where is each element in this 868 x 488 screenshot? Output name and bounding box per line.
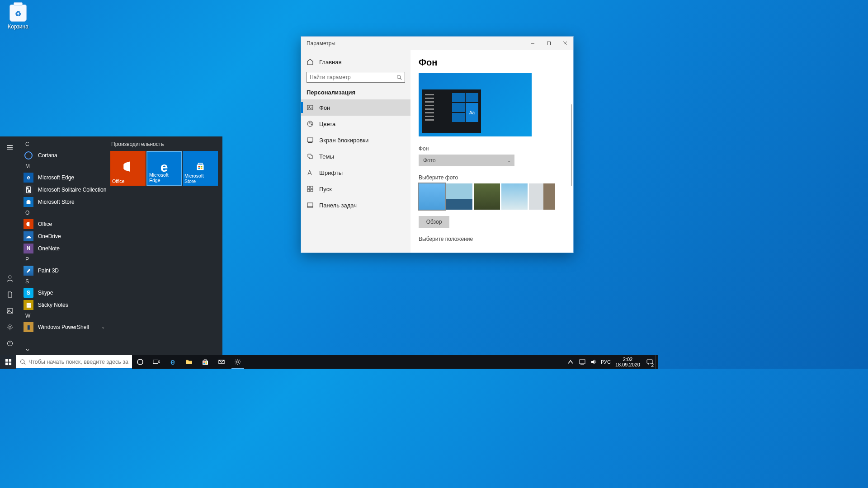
photo-thumb-1[interactable] <box>419 183 445 210</box>
app-label: Sticky Notes <box>38 302 68 308</box>
taskbar-store[interactable] <box>197 355 213 369</box>
taskbar-search-input[interactable] <box>28 359 128 365</box>
tiles-group-header[interactable]: Производительность <box>110 140 219 151</box>
app-label: Cortana <box>38 152 57 159</box>
settings-main: Фон Aa Фон Фото ⌄ Выберите фото <box>410 50 573 253</box>
tray-language[interactable]: РУС <box>600 355 612 369</box>
browse-button[interactable]: Обзор <box>419 216 449 228</box>
svg-point-4 <box>397 75 401 79</box>
sidebar-item-start[interactable]: Пуск <box>301 181 410 197</box>
edge-icon: e <box>24 173 33 183</box>
start-apps-list[interactable]: C Cortana M e Microsoft Edge 🂡 Microsoft… <box>20 136 110 355</box>
tray-notifications[interactable]: 2 <box>644 355 656 369</box>
group-c[interactable]: C <box>22 139 110 149</box>
tile-label: Microsoft Store <box>184 173 216 184</box>
scrollbar[interactable] <box>571 104 572 186</box>
app-label: OneDrive <box>38 233 61 239</box>
taskbar-mail[interactable] <box>213 355 230 369</box>
app-powershell[interactable]: ▮ Windows PowerShell ⌄ <box>22 321 110 333</box>
app-onedrive[interactable]: ☁ OneDrive <box>22 230 110 242</box>
taskbar-search[interactable] <box>16 355 132 369</box>
app-edge[interactable]: e Microsoft Edge <box>22 171 110 183</box>
taskbar-settings[interactable] <box>230 355 246 369</box>
close-button[interactable] <box>557 37 573 50</box>
keyboard-icon <box>579 358 586 366</box>
group-o[interactable]: O <box>22 208 110 218</box>
sidebar-item-lockscreen[interactable]: Экран блокировки <box>301 132 410 148</box>
app-sticky[interactable]: ▦ Sticky Notes <box>22 299 110 311</box>
rail-user[interactable] <box>0 270 20 286</box>
recycle-bin[interactable]: ♻ Корзина <box>5 5 32 30</box>
svg-point-47 <box>237 361 239 363</box>
sidebar-item-themes[interactable]: Темы <box>301 148 410 164</box>
rail-power[interactable] <box>0 335 20 352</box>
themes-icon <box>307 153 314 160</box>
app-paint3d[interactable]: Paint 3D <box>22 264 110 277</box>
preview-aa: Aa <box>466 103 478 122</box>
tile-store[interactable]: Microsoft Store <box>183 151 218 186</box>
group-m[interactable]: M <box>22 161 110 171</box>
sidebar-item-fonts[interactable]: Шрифты <box>301 164 410 181</box>
sidebar-item-taskbar[interactable]: Панель задач <box>301 197 410 213</box>
app-store[interactable]: Microsoft Store <box>22 196 110 208</box>
svg-rect-30 <box>201 166 203 167</box>
sidebar-item-background[interactable]: Фон <box>301 99 410 116</box>
taskbar-edge[interactable]: e <box>165 355 181 369</box>
tile-edge[interactable]: e Microsoft Edge <box>146 151 182 186</box>
app-office[interactable]: Office <box>22 218 110 230</box>
start-tiles: Производительность Office e Microsoft Ed… <box>110 136 222 355</box>
user-icon <box>6 275 14 282</box>
recycle-bin-label: Корзина <box>5 23 32 30</box>
apps-scroll-down[interactable] <box>20 345 110 355</box>
document-icon <box>6 291 14 298</box>
sidebar-search-input[interactable] <box>310 74 396 80</box>
show-desktop[interactable] <box>656 355 658 369</box>
rail-expand[interactable] <box>0 139 20 155</box>
maximize-button[interactable] <box>541 37 557 50</box>
settings-titlebar[interactable]: Параметры <box>301 37 573 50</box>
svg-rect-32 <box>201 168 203 169</box>
photo-thumb-3[interactable] <box>474 183 500 210</box>
background-type-dropdown[interactable]: Фото ⌄ <box>419 155 514 166</box>
minimize-button[interactable] <box>524 37 541 50</box>
solitaire-icon: 🂡 <box>24 185 33 195</box>
gear-icon <box>6 324 14 331</box>
taskbar-explorer[interactable] <box>181 355 197 369</box>
group-w[interactable]: W <box>22 311 110 321</box>
sidebar-item-colors[interactable]: Цвета <box>301 116 410 132</box>
svg-point-39 <box>137 359 143 365</box>
photo-thumb-4[interactable] <box>501 183 528 210</box>
svg-rect-15 <box>311 186 313 188</box>
sidebar-search[interactable] <box>307 72 405 83</box>
edge-icon: e <box>160 159 168 174</box>
settings-window: Параметры Главная Персонализация Фон Цве… <box>301 36 574 253</box>
tray-input[interactable] <box>576 355 588 369</box>
rail-documents[interactable] <box>0 286 20 303</box>
page-title: Фон <box>419 57 565 68</box>
app-onenote[interactable]: N OneNote <box>22 242 110 254</box>
photo-thumb-5[interactable] <box>529 183 555 210</box>
group-s[interactable]: S <box>22 277 110 286</box>
svg-rect-43 <box>203 361 205 363</box>
sidebar-home[interactable]: Главная <box>301 54 410 70</box>
sidebar-item-label: Темы <box>319 153 334 160</box>
taskbar-taskview[interactable] <box>148 355 165 369</box>
svg-rect-16 <box>307 189 310 192</box>
start-button[interactable] <box>0 355 16 369</box>
group-p[interactable]: P <box>22 254 110 264</box>
bg-label: Фон <box>419 145 565 152</box>
tray-volume[interactable] <box>588 355 600 369</box>
taskbar-cortana[interactable] <box>132 355 148 369</box>
app-label: Windows PowerShell <box>38 324 89 330</box>
app-solitaire[interactable]: 🂡 Microsoft Solitaire Collection <box>22 183 110 196</box>
settings-sidebar: Главная Персонализация Фон Цвета Экран б… <box>301 50 410 253</box>
tray-overflow[interactable] <box>565 355 576 369</box>
rail-pictures[interactable] <box>0 303 20 319</box>
tile-office[interactable]: Office <box>110 151 146 186</box>
tray-clock[interactable]: 2:02 18.09.2020 <box>612 357 644 367</box>
rail-settings[interactable] <box>0 319 20 335</box>
app-cortana[interactable]: Cortana <box>22 149 110 161</box>
photo-thumb-2[interactable] <box>446 183 472 210</box>
app-skype[interactable]: S Skype <box>22 286 110 299</box>
office-icon <box>122 160 134 174</box>
